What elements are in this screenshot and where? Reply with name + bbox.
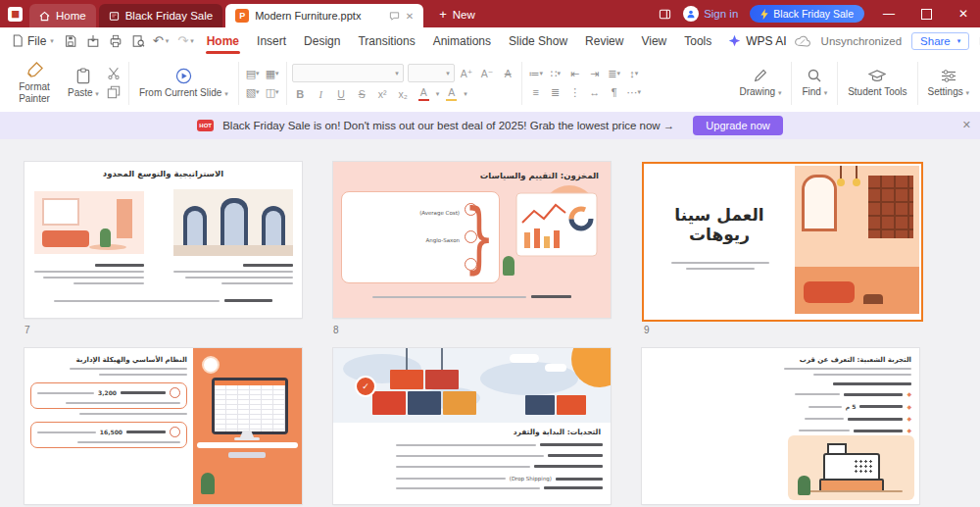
drawing-button[interactable]: Drawing ▾ <box>734 66 786 100</box>
font-family-select[interactable]: ▾ <box>292 64 404 82</box>
diamond-bullet-icon: ◆ <box>906 416 911 422</box>
tab-black-friday-sale[interactable]: Black Friday Sale <box>99 4 222 27</box>
slide7-living-room-illustration <box>34 191 144 254</box>
increase-font-size-button[interactable]: A⁺ <box>459 66 475 81</box>
slide-thumbnail-8[interactable]: المخزون: التقييم والسياسات } (Average Co… <box>333 162 611 318</box>
ribbon-tab-home[interactable]: Home <box>198 28 248 54</box>
italic-button[interactable]: I <box>313 86 329 102</box>
decrease-font-size-button[interactable]: A⁻ <box>479 66 496 81</box>
export-icon[interactable] <box>86 34 100 48</box>
slide12-value1: 5 م <box>846 403 857 410</box>
bullets-button[interactable]: ≔▾ <box>527 67 545 81</box>
cut-icon[interactable] <box>107 67 121 79</box>
slide7-footer-text <box>54 299 272 302</box>
upgrade-now-button[interactable]: Upgrade now <box>693 116 782 135</box>
justify-button[interactable]: ↔ <box>586 85 604 100</box>
slide12-title: التجربة الشعبية: التعرف عن قرب <box>735 356 911 364</box>
align-left-button[interactable]: ≡ <box>527 85 545 100</box>
comment-icon[interactable] <box>389 11 400 22</box>
ribbon-tab-insert[interactable]: Insert <box>248 28 295 54</box>
decrease-indent-button[interactable]: ⇤ <box>566 67 584 81</box>
align-right-button[interactable]: ⋮ <box>566 85 584 100</box>
underline-button[interactable]: U <box>333 86 350 102</box>
font-color-caret[interactable]: ▾ <box>436 90 440 98</box>
subscript-button[interactable]: x₂ <box>395 86 412 102</box>
slide10-value2: 16,500 <box>100 429 122 435</box>
slide10-text-block: النظام الأساسي والهيكلة الإدارية 3,200 1… <box>30 356 187 448</box>
numbering-button[interactable]: ∷▾ <box>547 67 564 81</box>
line-spacing-button[interactable]: ≣▾ <box>606 67 623 81</box>
redo-button[interactable]: ↷▾ <box>177 33 193 48</box>
user-avatar-icon <box>683 6 699 22</box>
align-center-button[interactable]: ≣ <box>547 85 564 100</box>
from-current-slide-button[interactable]: From Current Slide ▾ <box>134 66 233 101</box>
slide-section-button[interactable]: ◫▾ <box>264 85 281 100</box>
highlight-color-button[interactable]: A <box>443 86 460 102</box>
promo-banner: HOT Black Friday Sale is on! Don't miss … <box>0 112 980 139</box>
slide-design-button[interactable]: ▧▾ <box>244 85 262 100</box>
slide-thumbnail-9-selected[interactable]: العمل سينا ريوهات <box>642 162 923 322</box>
file-menu[interactable]: File ▾ <box>0 34 60 48</box>
close-tab-icon[interactable]: ✕ <box>406 11 414 22</box>
slide9-title: العمل سينا ريوهات <box>650 205 789 244</box>
ribbon-tab-tools[interactable]: Tools <box>675 28 720 54</box>
print-icon[interactable] <box>109 34 122 48</box>
find-button[interactable]: Find ▾ <box>797 66 832 100</box>
wps-logo-icon[interactable]: ▦ <box>8 7 23 22</box>
slide8-footer-text <box>372 295 571 298</box>
paragraph-button[interactable]: ¶ <box>606 85 623 100</box>
copy-icon[interactable] <box>107 85 121 99</box>
increase-indent-button[interactable]: ⇥ <box>586 67 604 81</box>
clear-format-button[interactable]: A <box>500 66 516 81</box>
paste-button[interactable]: Paste ▾ <box>63 66 104 101</box>
sign-in-button[interactable]: Sign in <box>683 6 738 22</box>
ribbon-tab-animations[interactable]: Animations <box>424 28 500 54</box>
wps-ai-button[interactable]: WPS AI <box>720 34 794 48</box>
drawing-label: Drawing <box>739 86 775 97</box>
slide-thumbnail-12[interactable]: التجربة الشعبية: التعرف عن قرب ◆ ◆ 5 م ◆… <box>642 348 919 504</box>
tab-document-active[interactable]: P Modern Furniture.pptx ✕ <box>225 4 423 27</box>
slide7-number: 7 <box>24 325 30 335</box>
slide-layout-button[interactable]: ▦▾ <box>264 67 281 81</box>
bold-button[interactable]: B <box>292 86 309 102</box>
slide11-title: التحديات: البداية والتفرد <box>514 428 601 436</box>
slide-thumbnail-10[interactable]: النظام الأساسي والهيكلة الإدارية 3,200 1… <box>24 348 302 504</box>
highlight-caret[interactable]: ▾ <box>464 90 467 98</box>
new-slide-button[interactable]: ▤▾ <box>244 67 262 81</box>
print-preview-icon[interactable] <box>131 34 145 48</box>
ribbon-tab-slide-show[interactable]: Slide Show <box>500 28 576 54</box>
superscript-button[interactable]: x² <box>374 86 391 102</box>
banner-close-icon[interactable]: ✕ <box>962 119 971 131</box>
font-size-select[interactable]: ▾ <box>408 64 455 82</box>
settings-button[interactable]: Settings ▾ <box>923 67 974 100</box>
slide10-value1: 3,200 <box>98 389 117 396</box>
maximize-button[interactable] <box>913 0 939 27</box>
format-painter-button[interactable]: Format Painter <box>6 60 63 106</box>
slide-sorter-canvas[interactable]: الاستراتيجية والتوسع المحدود 7 المخزون: … <box>0 139 980 507</box>
ribbon-tab-transitions[interactable]: Transitions <box>349 28 423 54</box>
settings-label: Settings <box>928 86 963 97</box>
slide-thumbnail-7[interactable]: الاستراتيجية والتوسع المحدود <box>24 162 302 318</box>
close-window-button[interactable]: ✕ <box>951 0 976 27</box>
undo-button[interactable]: ↶▾ <box>153 33 169 48</box>
dock-window-icon[interactable] <box>659 8 671 21</box>
ribbon-tab-view[interactable]: View <box>632 28 675 54</box>
new-tab-button[interactable]: + New <box>439 8 475 21</box>
ribbon-tab-review[interactable]: Review <box>576 28 632 54</box>
share-button[interactable]: Share▾ <box>911 32 969 50</box>
strikethrough-button[interactable]: S <box>354 86 370 102</box>
tab-home[interactable]: Home <box>29 4 96 27</box>
columns-button[interactable]: ⋯▾ <box>625 85 643 100</box>
ribbon-tab-design[interactable]: Design <box>295 28 349 54</box>
font-color-button[interactable]: A <box>416 86 432 102</box>
student-tools-button[interactable]: Student Tools <box>843 67 911 100</box>
minimize-button[interactable]: — <box>876 0 902 27</box>
slide-thumbnail-11[interactable]: ✓ التحديات: البداية والتفرد (Drop Shippi… <box>333 348 611 504</box>
slide8-latin-average-cost: (Average Cost) <box>419 210 460 216</box>
student-tools-label: Student Tools <box>848 86 906 98</box>
text-direction-button[interactable]: ↕▾ <box>625 67 643 81</box>
wps-ai-label: WPS AI <box>746 34 786 48</box>
slide7-title: الاستراتيجية والتوسع المحدود <box>24 169 302 178</box>
black-friday-sale-button[interactable]: Black Friday Sale <box>750 5 864 23</box>
save-icon[interactable] <box>64 34 77 48</box>
